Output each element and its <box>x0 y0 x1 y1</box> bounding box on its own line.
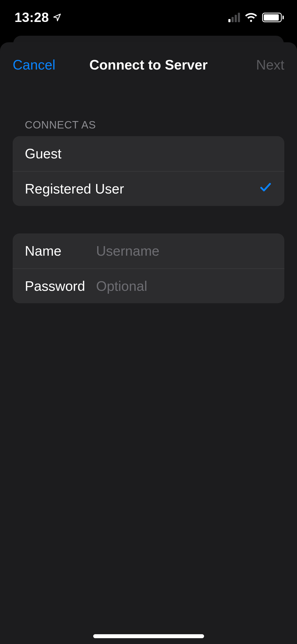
name-field-label: Name <box>25 243 96 259</box>
password-field-label: Password <box>25 278 96 294</box>
connect-as-registered-row[interactable]: Registered User <box>13 171 284 206</box>
checkmark-icon <box>259 181 272 197</box>
modal-sheet: Cancel Connect to Server Next Connect As… <box>0 42 297 644</box>
credentials-group: Name Password <box>13 233 284 303</box>
connect-as-guest-label: Guest <box>25 146 62 162</box>
status-bar: 13:28 <box>0 0 297 35</box>
next-button[interactable]: Next <box>256 57 284 73</box>
home-indicator[interactable] <box>93 634 204 638</box>
cancel-button[interactable]: Cancel <box>13 57 55 73</box>
sheet-content: Connect As Guest Registered User Name <box>0 87 297 303</box>
status-bar-right <box>228 12 284 23</box>
name-input[interactable] <box>96 243 272 259</box>
connect-as-guest-row[interactable]: Guest <box>13 136 284 171</box>
connect-as-header: Connect As <box>25 119 284 131</box>
navbar: Cancel Connect to Server Next <box>0 42 297 87</box>
connect-as-registered-label: Registered User <box>25 181 124 197</box>
connect-as-group: Guest Registered User <box>13 136 284 206</box>
location-icon <box>53 13 62 22</box>
password-field-row: Password <box>13 268 284 303</box>
cellular-signal-icon <box>228 13 240 22</box>
status-bar-left: 13:28 <box>15 10 62 25</box>
name-field-row: Name <box>13 233 284 268</box>
battery-icon <box>262 13 284 22</box>
wifi-icon <box>245 12 257 23</box>
status-time: 13:28 <box>15 10 49 25</box>
password-input[interactable] <box>96 278 272 294</box>
